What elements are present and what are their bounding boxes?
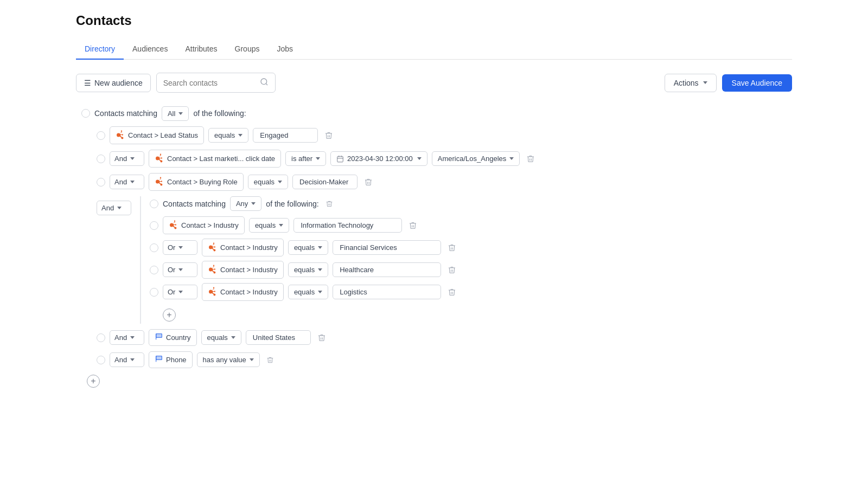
delete-rule-2[interactable] [362, 176, 375, 189]
conj-select-1[interactable]: And [110, 151, 144, 166]
operator-select-phone[interactable]: has any value [197, 352, 260, 367]
nested-header: Contacts matching Any of the following: [150, 196, 458, 211]
nested-rule-3: Or Contact > Industry equals Logistics [150, 283, 458, 301]
filter-area: Contacts matching All of the following: … [76, 106, 792, 388]
delete-rule-phone[interactable] [264, 354, 276, 366]
all-select[interactable]: All [162, 106, 189, 121]
delete-nested-rule-3[interactable] [445, 286, 458, 299]
nested-any-select[interactable]: Any [230, 196, 261, 211]
nested-conj-2[interactable]: Or [163, 262, 197, 277]
chevron-down-icon [251, 202, 256, 205]
nested-conj-1[interactable]: Or [163, 240, 197, 255]
property-pill-0[interactable]: Contact > Lead Status [110, 126, 204, 144]
property-pill-phone[interactable]: Phone [149, 351, 193, 368]
nested-of-following: of the following: [266, 200, 318, 208]
row-radio[interactable] [81, 109, 90, 118]
row-radio-1[interactable] [97, 155, 105, 163]
toolbar: ☰ New audience Actions Save Audience [76, 73, 792, 93]
row-radio-phone[interactable] [97, 356, 105, 364]
actions-button[interactable]: Actions [665, 74, 717, 92]
delete-rule-country[interactable] [315, 331, 328, 344]
property-pill-1[interactable]: Contact > Last marketi... click date [149, 150, 281, 168]
tab-audiences[interactable]: Audiences [124, 39, 176, 60]
chevron-down-icon [130, 157, 135, 160]
contacts-matching-label: Contacts matching [94, 106, 157, 121]
search-input[interactable] [163, 79, 256, 87]
tab-attributes[interactable]: Attributes [176, 39, 226, 60]
operator-select-country[interactable]: equals [201, 330, 241, 345]
chevron-down-icon [238, 134, 242, 137]
chevron-down-icon [279, 224, 283, 227]
value-box-2: Decision-Maker [292, 175, 358, 189]
delete-rule-1[interactable] [524, 152, 537, 165]
chevron-down-icon [250, 358, 254, 361]
delete-rule-0[interactable] [322, 129, 335, 142]
rule-row-country: And Country equals United States [97, 329, 792, 346]
chevron-down-icon [178, 112, 183, 115]
chevron-down-icon [509, 157, 514, 160]
chevron-down-icon [318, 291, 322, 293]
operator-select-1[interactable]: is after [285, 151, 326, 166]
delete-nested-group[interactable] [323, 198, 335, 210]
rule-row-phone: And Phone has any value [97, 351, 792, 368]
property-pill-2[interactable]: Contact > Buying Role [149, 173, 244, 191]
delete-nested-rule-2[interactable] [445, 264, 458, 277]
row-radio-country[interactable] [97, 333, 105, 342]
delete-nested-rule-1[interactable] [445, 241, 458, 254]
flag-icon-country [155, 332, 163, 343]
chevron-down-icon [130, 336, 135, 339]
conj-select-2[interactable]: And [110, 175, 144, 189]
operator-select-0[interactable]: equals [208, 128, 248, 143]
nested-op-1[interactable]: equals [288, 240, 328, 255]
save-audience-button[interactable]: Save Audience [722, 74, 792, 92]
nested-op-0[interactable]: equals [249, 218, 289, 233]
nested-property-pill-2[interactable]: Contact > Industry [202, 261, 284, 279]
chevron-down-icon [318, 246, 322, 249]
svg-point-0 [261, 79, 267, 85]
nested-op-3[interactable]: equals [288, 285, 328, 299]
operator-select-2[interactable]: equals [248, 175, 288, 189]
timezone-select-1[interactable]: America/Los_Angeles [432, 151, 520, 166]
conj-select-nested[interactable]: And [97, 201, 131, 215]
nested-row-radio-0[interactable] [150, 221, 158, 230]
add-nested-rule-button[interactable]: + [163, 309, 176, 322]
tab-groups[interactable]: Groups [226, 39, 269, 60]
nested-val-1: Financial Services [333, 240, 441, 255]
nested-rule-0: Contact > Industry equals Information Te… [150, 216, 458, 234]
value-box-country: United States [246, 330, 311, 345]
nested-row-radio-2[interactable] [150, 266, 158, 274]
nested-rule-1: Or Contact > Industry equals Financial S… [150, 239, 458, 256]
add-rule-button[interactable]: + [87, 375, 100, 388]
list-icon: ☰ [84, 79, 91, 87]
nested-hs-icon-2 [208, 264, 218, 275]
property-pill-country[interactable]: Country [149, 329, 197, 346]
nested-val-0: Information Technology [293, 218, 402, 233]
nested-property-pill-3[interactable]: Contact > Industry [202, 283, 284, 301]
tab-directory[interactable]: Directory [76, 39, 124, 60]
nested-conj-3[interactable]: Or [163, 285, 197, 299]
tab-jobs[interactable]: Jobs [268, 39, 302, 60]
nested-block-row: And Contacts matching Any of the followi… [97, 196, 792, 324]
rule-row-2: And Contact > Buying Role equals Decisio… [97, 173, 792, 191]
nested-row-radio-1[interactable] [150, 243, 158, 252]
nested-val-2: Healthcare [333, 262, 441, 277]
date-value-1[interactable]: 2023-04-30 12:00:00 [330, 151, 427, 166]
flag-icon-phone [155, 355, 163, 365]
chevron-down-icon [130, 181, 135, 183]
nested-hs-icon-0 [169, 220, 178, 231]
row-radio-2[interactable] [97, 178, 105, 187]
nested-property-pill-1[interactable]: Contact > Industry [202, 239, 284, 256]
conj-select-phone[interactable]: And [110, 352, 144, 367]
chevron-down-icon [278, 181, 282, 183]
new-audience-button[interactable]: ☰ New audience [76, 74, 151, 92]
chevron-down-icon [178, 291, 183, 293]
nested-row-radio-3[interactable] [150, 288, 158, 297]
chevron-down-icon [231, 336, 235, 339]
nested-op-2[interactable]: equals [288, 262, 328, 277]
nested-radio[interactable] [150, 200, 158, 208]
conj-select-country[interactable]: And [110, 330, 144, 345]
row-radio-0[interactable] [97, 131, 105, 140]
delete-nested-rule-0[interactable] [406, 219, 419, 232]
rule-row-1: And Contact > Last marketi... click date… [97, 150, 792, 168]
nested-property-pill-0[interactable]: Contact > Industry [163, 216, 245, 234]
